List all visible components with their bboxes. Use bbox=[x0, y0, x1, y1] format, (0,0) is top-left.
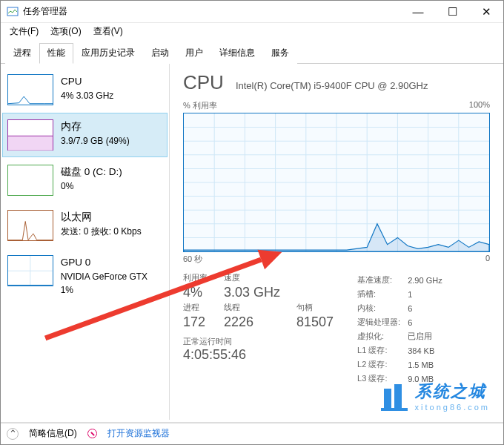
proc-label: 进程 bbox=[183, 302, 208, 313]
svg-marker-27 bbox=[381, 408, 408, 411]
sidebar-item-label: GPU 0 bbox=[61, 255, 162, 270]
tab-startup[interactable]: 启动 bbox=[143, 43, 177, 64]
cpu-properties: 基准速度:2.90 GHz 插槽:1 内核:6 逻辑处理器:6 虚拟化:已启用 … bbox=[356, 272, 450, 386]
sidebar-item-disk[interactable]: 磁盘 0 (C: D:) 0% bbox=[2, 158, 168, 202]
app-icon bbox=[7, 6, 19, 18]
svg-rect-25 bbox=[384, 389, 391, 408]
gpu-thumbnail bbox=[7, 255, 53, 286]
handle-label: 句柄 bbox=[296, 302, 334, 313]
cpu-chart bbox=[183, 113, 490, 252]
window-title: 任务管理器 bbox=[23, 5, 401, 18]
uptime-label: 正常运行时间 bbox=[183, 336, 334, 347]
sidebar-item-label: CPU bbox=[61, 74, 113, 89]
sidebar-item-label: 内存 bbox=[61, 119, 130, 134]
uptime-value: 4:05:55:46 bbox=[183, 347, 334, 363]
tab-details[interactable]: 详细信息 bbox=[211, 43, 263, 64]
menu-file[interactable]: 文件(F) bbox=[5, 24, 43, 39]
tab-processes[interactable]: 进程 bbox=[5, 43, 39, 64]
status-bar: ⌃ 简略信息(D) 打开资源监视器 bbox=[1, 422, 503, 444]
sidebar-item-label: 磁盘 0 (C: D:) bbox=[61, 165, 122, 179]
handle-value: 81507 bbox=[296, 314, 334, 330]
chart-x-span: 60 秒 bbox=[183, 254, 202, 265]
content-area: CPU 4% 3.03 GHz 内存 3.9/7.9 GB (49%) 磁盘 0… bbox=[1, 64, 503, 420]
tab-app-history[interactable]: 应用历史记录 bbox=[73, 43, 143, 64]
thread-value: 2226 bbox=[224, 314, 280, 330]
sidebar-item-label: 以太网 bbox=[61, 210, 142, 225]
chart-x-zero: 0 bbox=[485, 254, 490, 265]
watermark-icon bbox=[379, 381, 409, 411]
chart-y-max: 100% bbox=[469, 100, 490, 111]
menu-view[interactable]: 查看(V) bbox=[89, 24, 127, 39]
close-button[interactable]: ✕ bbox=[469, 1, 503, 23]
sidebar-item-sub: 发送: 0 接收: 0 Kbps bbox=[61, 225, 142, 238]
title-bar: 任务管理器 — ☐ ✕ bbox=[1, 1, 503, 23]
page-title: CPU bbox=[183, 71, 224, 94]
menu-options[interactable]: 选项(O) bbox=[46, 24, 85, 39]
memory-thumbnail bbox=[7, 119, 53, 151]
tab-performance[interactable]: 性能 bbox=[39, 43, 73, 64]
collapse-icon[interactable]: ⌃ bbox=[7, 428, 19, 440]
brief-info-button[interactable]: 简略信息(D) bbox=[29, 427, 77, 440]
watermark: 系统之城 xitong86.com bbox=[379, 380, 490, 412]
watermark-url: xitong86.com bbox=[415, 403, 490, 412]
sidebar-item-sub: 3.9/7.9 GB (49%) bbox=[61, 134, 130, 148]
tab-strip: 进程 性能 应用历史记录 启动 用户 详细信息 服务 bbox=[1, 42, 503, 64]
minimize-button[interactable]: — bbox=[401, 1, 435, 23]
proc-value: 172 bbox=[183, 314, 208, 330]
disk-thumbnail bbox=[7, 165, 53, 196]
speed-value: 3.03 GHz bbox=[224, 285, 280, 300]
cpu-thumbnail bbox=[7, 74, 53, 105]
sidebar-item-cpu[interactable]: CPU 4% 3.03 GHz bbox=[2, 67, 168, 112]
sidebar: CPU 4% 3.03 GHz 内存 3.9/7.9 GB (49%) 磁盘 0… bbox=[1, 64, 170, 420]
sidebar-item-sub: 4% 3.03 GHz bbox=[61, 89, 113, 102]
ethernet-thumbnail bbox=[7, 210, 53, 241]
open-resource-monitor-link[interactable]: 打开资源监视器 bbox=[107, 427, 170, 440]
svg-rect-1 bbox=[8, 136, 53, 150]
svg-rect-26 bbox=[394, 384, 402, 408]
cpu-model: Intel(R) Core(TM) i5-9400F CPU @ 2.90GHz bbox=[236, 80, 428, 91]
maximize-button[interactable]: ☐ bbox=[435, 1, 469, 23]
thread-label: 线程 bbox=[224, 302, 280, 313]
sidebar-item-sub: 0% bbox=[61, 179, 122, 193]
main-panel: CPU Intel(R) Core(TM) i5-9400F CPU @ 2.9… bbox=[170, 64, 503, 420]
menu-bar: 文件(F) 选项(O) 查看(V) bbox=[1, 23, 503, 39]
resource-monitor-icon bbox=[87, 429, 97, 438]
tab-services[interactable]: 服务 bbox=[263, 43, 297, 64]
sidebar-item-ethernet[interactable]: 以太网 发送: 0 接收: 0 Kbps bbox=[2, 203, 168, 248]
chart-y-label: % 利用率 bbox=[183, 100, 217, 111]
sidebar-item-memory[interactable]: 内存 3.9/7.9 GB (49%) bbox=[2, 113, 168, 157]
tab-users[interactable]: 用户 bbox=[177, 43, 211, 64]
watermark-text: 系统之城 bbox=[415, 380, 490, 403]
